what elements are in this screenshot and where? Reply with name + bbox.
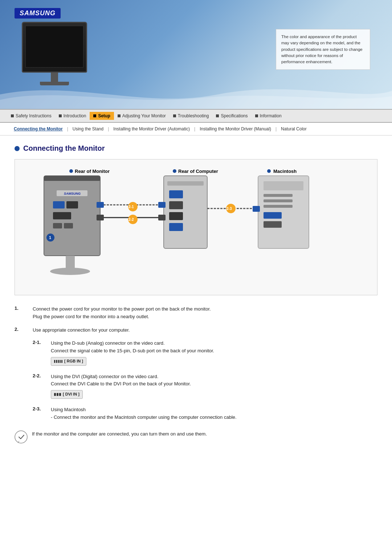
subnav-driver-manual[interactable]: Installing the Monitor Driver (Manual) (197, 126, 274, 132)
instructions: 1. Connect the power cord for your monit… (15, 305, 377, 447)
svg-rect-30 (169, 223, 183, 231)
sub-text-22: Using the DVI (Digital) connector on the… (51, 373, 191, 401)
svg-text:2-3: 2-3 (226, 207, 232, 211)
svg-rect-29 (169, 212, 183, 220)
sub-text-21: Using the D-sub (Analog) connector on th… (51, 340, 214, 368)
svg-text:1: 1 (49, 235, 51, 240)
diagram-area: Rear of Monitor Rear of Computer SAMSUNG… (15, 159, 377, 295)
nav-bullet-setup (93, 114, 96, 117)
note-text: If the monitor and the computer are conn… (32, 430, 207, 438)
svg-rect-40 (264, 194, 293, 197)
svg-rect-43 (264, 212, 282, 219)
subnav-stand[interactable]: Using the Stand (70, 126, 106, 132)
instruction-num-2: 2. (15, 327, 33, 332)
svg-point-46 (15, 431, 27, 443)
svg-rect-8 (53, 201, 65, 208)
svg-rect-42 (264, 205, 293, 208)
nav-bullet-introduction (59, 114, 62, 117)
nav-item-introduction[interactable]: Introduction (55, 112, 90, 120)
nav-item-adjusting[interactable]: Adjusting Your Monitor (114, 112, 170, 120)
nav-bullet-troubleshooting (173, 114, 176, 117)
sub-num-22: 2-2. (33, 373, 51, 401)
svg-text:2-2: 2-2 (128, 218, 134, 222)
nav-item-information[interactable]: Information (252, 112, 285, 120)
svg-rect-9 (66, 201, 78, 208)
subnav-driver-auto[interactable]: Installing the Monitor Driver (Automatic… (110, 126, 193, 132)
header-banner: SAMSUNG The color and appearance of the … (0, 0, 392, 109)
monitor-stand-base (40, 82, 69, 85)
subnav-natural-color[interactable]: Natural Color (278, 126, 310, 132)
subnav-connecting[interactable]: Connecting the Monitor (11, 126, 66, 132)
nav-item-specifications[interactable]: Specifications (212, 112, 251, 120)
note-box: ✓ If the monitor and the computer are co… (15, 427, 377, 447)
svg-text:2-1: 2-1 (128, 205, 134, 209)
sub-nav: Connecting the Monitor | Using the Stand… (0, 123, 392, 135)
svg-text:Macintosh: Macintosh (273, 169, 297, 174)
svg-text:✓: ✓ (17, 440, 20, 443)
svg-rect-12 (64, 223, 73, 228)
svg-rect-20 (97, 215, 104, 220)
svg-rect-27 (169, 190, 183, 198)
sub-num-23: 2-3. (33, 406, 51, 421)
svg-rect-44 (264, 221, 282, 228)
svg-rect-11 (53, 223, 62, 228)
nav-bullet-specifications (216, 114, 219, 117)
instruction-text-2: Use appropriate connection for your comp… (33, 327, 130, 334)
page-title: Connecting the Monitor (15, 144, 377, 153)
instruction-item-1: 1. Connect the power cord for your monit… (15, 305, 377, 321)
svg-rect-4 (44, 176, 100, 256)
monitor-body (22, 22, 87, 73)
svg-point-0 (69, 169, 73, 173)
svg-rect-28 (169, 201, 183, 209)
svg-rect-26 (167, 181, 204, 186)
svg-rect-45 (253, 206, 260, 212)
notice-box: The color and appearance of the product … (276, 29, 370, 70)
instruction-text-1: Connect the power cord for your monitor … (33, 305, 211, 321)
section-bullet (15, 146, 20, 151)
connection-diagram: Rear of Monitor Rear of Computer SAMSUNG… (22, 167, 371, 287)
nav-bullet-safety (11, 114, 14, 117)
svg-point-2 (173, 169, 176, 173)
sub-num-21: 2-1. (33, 340, 51, 368)
nav-bullet-adjusting (118, 114, 121, 117)
main-content: Connecting the Monitor Rear of Monitor R… (0, 135, 392, 456)
dvi-in-port-icon: [ DVI IN ] (51, 390, 83, 399)
samsung-logo: SAMSUNG (15, 8, 61, 19)
nav-item-troubleshooting[interactable]: Troubleshooting (170, 112, 213, 120)
sub-instruction-23: 2-3. Using Macintosh - Connect the monit… (33, 406, 377, 421)
svg-rect-39 (264, 181, 303, 190)
svg-rect-31 (158, 202, 166, 208)
nav-bullet-information (255, 114, 258, 117)
svg-point-36 (267, 169, 271, 173)
nav-item-setup[interactable]: Setup (90, 112, 114, 120)
svg-point-16 (50, 268, 90, 275)
nav-bar: Safety Instructions Introduction Setup A… (0, 109, 392, 123)
nav-item-safety[interactable]: Safety Instructions (7, 112, 55, 120)
monitor-screen (25, 26, 83, 68)
svg-text:Rear of Computer: Rear of Computer (178, 169, 218, 174)
sub-text-23: Using Macintosh - Connect the monitor an… (51, 406, 237, 421)
svg-rect-32 (158, 215, 166, 220)
svg-text:Rear of Monitor: Rear of Monitor (75, 169, 110, 174)
svg-rect-41 (264, 199, 293, 202)
instruction-item-2: 2. Use appropriate connection for your c… (15, 327, 377, 334)
monitor-illustration (15, 22, 94, 94)
note-icon: ✓ (15, 430, 28, 443)
svg-rect-5 (44, 176, 100, 181)
sub-instruction-22: 2-2. Using the DVI (Digital) connector o… (33, 373, 377, 401)
instruction-num-1: 1. (15, 305, 33, 311)
svg-rect-10 (53, 212, 71, 219)
monitor-stand-neck (51, 73, 58, 82)
rgb-in-port-icon: [ RGB IN ] (51, 357, 86, 366)
sub-instruction-21: 2-1. Using the D-sub (Analog) connector … (33, 340, 377, 368)
svg-rect-19 (97, 202, 104, 208)
svg-text:SAMSUNG: SAMSUNG (64, 192, 81, 195)
